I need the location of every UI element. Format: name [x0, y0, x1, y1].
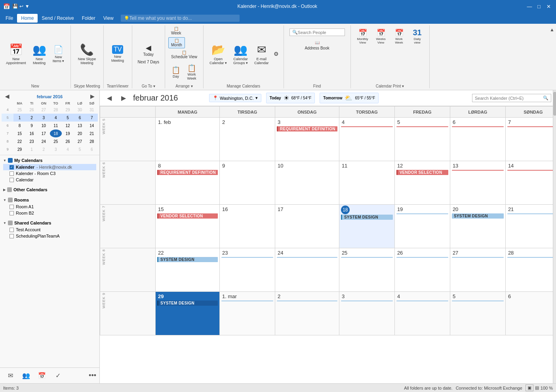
day-feb11[interactable]: 11	[339, 161, 394, 205]
day-feb26[interactable]: 26	[394, 248, 450, 292]
system-design-cont[interactable]	[277, 257, 337, 258]
req-def-cont[interactable]	[396, 126, 448, 127]
mini-cal-next[interactable]: ▶	[88, 93, 96, 100]
menu-home[interactable]: Home	[17, 14, 38, 23]
week-view-button[interactable]: 📋 Week	[168, 25, 184, 36]
mini-cal-prev[interactable]: ◀	[3, 93, 11, 100]
mini-cal-day[interactable]: 11	[50, 122, 62, 129]
search-people-box[interactable]: 🔍	[289, 29, 345, 36]
kalender-roomc3-item[interactable]: Kalender - Room C3	[3, 170, 96, 177]
day-feb2[interactable]: 2	[219, 118, 275, 161]
mini-cal-day[interactable]: 12	[62, 122, 74, 129]
vendor-sel-cont[interactable]	[507, 170, 556, 171]
mini-cal-day[interactable]: 5	[62, 114, 74, 122]
room-a1-checkbox[interactable]	[10, 205, 14, 209]
kalender-roomc3-checkbox[interactable]	[10, 171, 14, 176]
system-design-cont[interactable]	[452, 257, 504, 258]
new-appointment-button[interactable]: 📅 NewAppointment	[3, 41, 29, 67]
day-feb20[interactable]: 20 SYSTEM DESIGN	[450, 205, 505, 248]
mini-cal-day[interactable]: 22	[13, 137, 25, 145]
mini-cal-day[interactable]: 5	[74, 145, 86, 153]
day-feb25[interactable]: 25	[339, 248, 394, 292]
mini-cal-day[interactable]: 1	[13, 114, 25, 122]
mini-cal-day[interactable]: 23	[26, 137, 38, 145]
email-calendar-button[interactable]: ✉ E-mailCalendar	[251, 41, 272, 67]
work-week-button[interactable]: 📋 WorkWeek	[184, 62, 200, 82]
system-design-cont[interactable]	[277, 301, 337, 301]
day-feb9[interactable]: 9	[219, 161, 275, 205]
req-def-cont[interactable]	[452, 126, 504, 127]
mini-cal-day[interactable]: 26	[26, 106, 38, 114]
day-mar2[interactable]: 2	[275, 292, 339, 335]
system-design-cont[interactable]	[507, 213, 556, 214]
day-feb28[interactable]: 28	[505, 248, 556, 292]
location-dropdown-icon[interactable]: ▾	[255, 95, 258, 101]
day-feb16[interactable]: 16	[219, 205, 275, 248]
day-feb24[interactable]: 24	[275, 248, 339, 292]
scrollbar-thumb[interactable]	[553, 92, 556, 116]
rooms-header[interactable]: ▼ Rooms	[3, 196, 96, 204]
system-design-cont[interactable]	[507, 257, 556, 258]
mini-cal-day[interactable]: 20	[74, 129, 86, 137]
day-feb17[interactable]: 17	[275, 205, 339, 248]
monthly-view-button[interactable]: 📅 MonthlyView	[354, 26, 371, 46]
close-button[interactable]: ✕	[544, 2, 553, 11]
menu-search-box[interactable]: 💡	[121, 15, 240, 22]
mini-cal-day[interactable]: 27	[74, 137, 86, 145]
next7days-button[interactable]: Next 7 Days	[135, 59, 162, 65]
mini-cal-day[interactable]: 31	[86, 106, 98, 114]
day-feb8[interactable]: 8 REQUIREMENT DEFINITION	[156, 161, 220, 205]
menu-file[interactable]: File	[2, 14, 17, 23]
day-feb18[interactable]: 18 SYSTEM DESIGN	[339, 205, 394, 248]
mini-cal-day[interactable]: 9	[26, 122, 38, 129]
new-meeting-button[interactable]: 👥 NewMeeting	[30, 41, 49, 67]
mini-cal-day[interactable]: 29	[62, 106, 74, 114]
my-calendars-header[interactable]: ▼ My Calendars	[3, 157, 96, 164]
day-feb1[interactable]: 1. feb	[156, 118, 220, 161]
day-feb22[interactable]: 22 SYSTEM DESIGN	[156, 248, 220, 292]
day-view-button[interactable]: 📋 Day	[169, 62, 183, 82]
system-design-cont[interactable]	[396, 257, 448, 258]
mini-cal-day[interactable]: 8	[13, 122, 25, 129]
mini-cal-day[interactable]: 28	[86, 137, 98, 145]
system-design-event[interactable]: SYSTEM DESIGN	[157, 257, 218, 262]
req-def-event[interactable]: REQUIREMENT DEFINITION	[277, 126, 337, 131]
menu-view[interactable]: View	[99, 14, 118, 23]
calendar-checkbox[interactable]	[10, 178, 14, 182]
day-feb13[interactable]: 13	[450, 161, 505, 205]
share-more-button[interactable]: ⚙	[272, 49, 280, 58]
day-feb3[interactable]: 3 REQUIREMENT DEFINITION	[275, 118, 339, 161]
room-b2-checkbox[interactable]	[10, 211, 14, 215]
mini-cal-day[interactable]: 2	[26, 114, 38, 122]
system-design-cont[interactable]	[452, 301, 504, 301]
vendor-sel-event[interactable]: VENDOR SELECTION	[157, 213, 218, 219]
system-design-event[interactable]: SYSTEM DESIGN	[157, 301, 218, 306]
ribbon-expand[interactable]: ▲	[550, 25, 556, 88]
nav-tasks-button[interactable]: ✓	[51, 370, 65, 382]
mini-cal-day[interactable]: 24	[38, 137, 50, 145]
day-feb14[interactable]: 14	[505, 161, 556, 205]
day-feb23[interactable]: 23	[219, 248, 275, 292]
new-skype-meeting-button[interactable]: 📞 New SkypeMeeting	[75, 41, 99, 67]
calendar-groups-button[interactable]: 👥 CalendarGroups ▾	[230, 41, 251, 67]
day-feb27[interactable]: 27	[450, 248, 505, 292]
mini-cal-day[interactable]: 16	[26, 129, 38, 137]
nav-more-button[interactable]: •••	[89, 371, 96, 380]
req-def-event[interactable]: REQUIREMENT DEFINITION	[157, 170, 218, 175]
mini-cal-day[interactable]: 29	[13, 145, 25, 153]
day-feb10[interactable]: 10	[275, 161, 339, 205]
weeks-view-button[interactable]: 📅 WeeksView	[372, 26, 390, 46]
day-feb5[interactable]: 5	[394, 118, 450, 161]
mini-cal-day[interactable]: 15	[13, 129, 25, 137]
shared-calendars-header[interactable]: ▼ Shared Calendars	[3, 219, 96, 226]
system-design-cont[interactable]	[396, 213, 448, 214]
mini-cal-day[interactable]: 4	[50, 114, 62, 122]
normal-view-button[interactable]: ▣	[526, 384, 533, 391]
system-design-cont[interactable]	[341, 257, 393, 258]
calendar-item[interactable]: Calendar	[3, 177, 96, 183]
nav-contacts-button[interactable]: 👥	[19, 370, 33, 382]
other-calendars-header[interactable]: ▶ Other Calendars	[3, 186, 96, 193]
mini-cal-day[interactable]: 6	[86, 145, 98, 153]
kalender-checkbox[interactable]: ✓	[10, 165, 14, 169]
day-feb12[interactable]: 12 VENDOR SELECTION	[394, 161, 450, 205]
